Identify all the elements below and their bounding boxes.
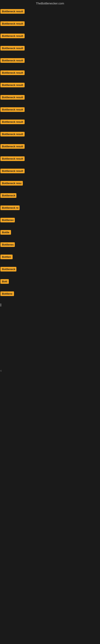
bottleneck-badge: Bottleneck result — [0, 21, 25, 26]
bottleneck-badge: Bottleneck result — [0, 169, 25, 173]
bottleneck-item: Bottlen — [0, 253, 100, 265]
bottleneck-badge: Bottleneck result — [0, 58, 25, 63]
bottleneck-item: Bottleneck result — [0, 94, 100, 106]
bottleneck-item: Bottleneck re — [0, 204, 100, 216]
bottleneck-item: Bottleneck — [0, 192, 100, 204]
bottom-area: c — [0, 368, 100, 373]
site-header: TheBottlenecker.com — [0, 0, 100, 8]
bottleneck-badge: Bottleneck result — [0, 132, 25, 136]
bottleneck-badge: Bottleneck — [0, 267, 16, 272]
bottleneck-item: Bottleneck result — [0, 32, 100, 44]
bottleneck-badge: Bottlenec — [0, 218, 15, 222]
site-title: TheBottlenecker.com — [36, 2, 64, 5]
bottleneck-badge: Bottleneck result — [0, 95, 25, 100]
bottleneck-badge: Bott — [0, 279, 9, 284]
bottleneck-item: Bottleneck result — [0, 69, 100, 81]
bottleneck-badge: Bottleneck result — [0, 9, 25, 14]
bottleneck-item: Bottlenec — [0, 241, 100, 253]
bottleneck-item: Bottleneck result — [0, 106, 100, 118]
bottom-char: c — [0, 369, 2, 372]
bottleneck-item: Bottleneck result — [0, 8, 100, 20]
bottleneck-item: Bottleneck resu — [0, 179, 100, 192]
bottleneck-item: Bottleneck result — [0, 167, 100, 179]
bottleneck-item: Bott — [0, 278, 100, 290]
bottleneck-badge: Bottleneck — [0, 193, 16, 198]
bottleneck-badge: Bottleneck result — [0, 144, 25, 149]
cursor-area: | — [0, 302, 100, 308]
bottleneck-badge: Bottleneck result — [0, 70, 25, 75]
bottleneck-item: Bottle — [0, 228, 100, 241]
bottleneck-badge: Bottleneck result — [0, 83, 25, 87]
bottleneck-item: Bottleneck result — [0, 155, 100, 167]
bottleneck-item: Bottleneck result — [0, 44, 100, 56]
bottleneck-badge: Bottle — [0, 230, 11, 235]
bottleneck-item: Bottleneck result — [0, 56, 100, 69]
bottleneck-badge: Bottlene — [0, 292, 14, 296]
bottleneck-item: Bottleneck — [0, 265, 100, 278]
bottleneck-badge: Bottlen — [0, 254, 13, 259]
bottleneck-badge: Bottleneck result — [0, 46, 25, 50]
bottleneck-badge: Bottleneck result — [0, 156, 25, 161]
bottleneck-item: Bottlene — [0, 290, 100, 302]
bottleneck-item: Bottleneck result — [0, 130, 100, 142]
bottleneck-badge: Bottleneck resu — [0, 181, 23, 186]
bottleneck-badge: Bottleneck result — [0, 107, 25, 112]
cursor-char: | — [0, 303, 1, 306]
bottleneck-badge: Bottleneck re — [0, 206, 20, 210]
bottleneck-item: Bottleneck result — [0, 20, 100, 32]
bottleneck-item: Bottleneck result — [0, 142, 100, 155]
bottleneck-item: Bottleneck result — [0, 118, 100, 130]
bottleneck-badge: Bottleneck result — [0, 34, 25, 38]
bottleneck-item: Bottleneck result — [0, 81, 100, 94]
items-container: Bottleneck resultBottleneck resultBottle… — [0, 8, 100, 302]
bottleneck-badge: Bottlenec — [0, 242, 15, 247]
bottleneck-badge: Bottleneck result — [0, 120, 25, 124]
bottleneck-item: Bottlenec — [0, 216, 100, 228]
